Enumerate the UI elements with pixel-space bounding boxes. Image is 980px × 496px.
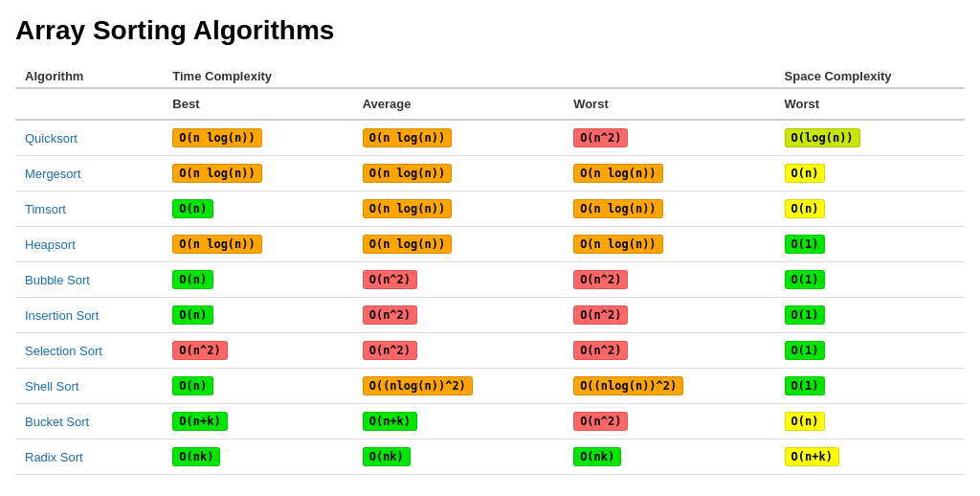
average-cell: O(n^2) bbox=[353, 333, 564, 369]
worst_tc-cell: O((nlog(n))^2) bbox=[564, 369, 774, 404]
algorithm-name[interactable]: Insertion Sort bbox=[15, 298, 163, 333]
best-cell: O(n^2) bbox=[163, 333, 352, 369]
worst_sc-cell: O(1) bbox=[775, 369, 965, 404]
average-cell: O((nlog(n))^2) bbox=[353, 369, 564, 404]
algorithm-link[interactable]: Timsort bbox=[25, 202, 66, 216]
best-cell: O(n) bbox=[163, 298, 352, 333]
best-badge: O(nk) bbox=[172, 447, 220, 466]
worst_tc-badge: O(n log(n)) bbox=[573, 235, 662, 254]
worst_sc-badge: O(n+k) bbox=[785, 447, 839, 466]
worst_tc-cell: O(nk) bbox=[564, 440, 774, 475]
algorithm-link[interactable]: Selection Sort bbox=[25, 344, 102, 358]
algorithm-link[interactable]: Heapsort bbox=[25, 237, 76, 252]
worst-tc-header: Worst bbox=[564, 88, 774, 120]
best-badge: O(n+k) bbox=[172, 412, 227, 431]
table-row: Shell SortO(n)O((nlog(n))^2)O((nlog(n))^… bbox=[15, 369, 965, 404]
worst_tc-badge: O((nlog(n))^2) bbox=[573, 376, 683, 395]
algorithm-link[interactable]: Mergesort bbox=[25, 167, 81, 181]
average-badge: O(n log(n)) bbox=[363, 164, 452, 183]
average-badge: O(n+k) bbox=[363, 412, 417, 431]
algorithm-name[interactable]: Selection Sort bbox=[15, 333, 163, 369]
algorithm-name[interactable]: Shell Sort bbox=[15, 369, 163, 404]
worst_sc-cell: O(log(n)) bbox=[775, 120, 965, 156]
algorithm-link[interactable]: Bucket Sort bbox=[25, 415, 89, 429]
algorithm-name[interactable]: Radix Sort bbox=[15, 440, 163, 475]
sorting-algorithms-table: Algorithm Time Complexity Space Complexi… bbox=[15, 61, 965, 475]
sub-column-header: Best Average Worst Worst bbox=[15, 88, 965, 120]
worst_sc-cell: O(n+k) bbox=[775, 440, 965, 475]
best-cell: O(n) bbox=[163, 369, 352, 404]
average-cell: O(n log(n)) bbox=[353, 156, 564, 192]
worst_sc-badge: O(1) bbox=[785, 376, 826, 395]
average-cell: O(n^2) bbox=[353, 262, 564, 298]
table-row: QuicksortO(n log(n))O(n log(n))O(n^2)O(l… bbox=[15, 120, 965, 156]
worst_sc-badge: O(n) bbox=[785, 412, 826, 431]
table-row: Insertion SortO(n)O(n^2)O(n^2)O(1) bbox=[15, 298, 965, 333]
worst_sc-cell: O(1) bbox=[775, 227, 965, 262]
worst_tc-badge: O(n^2) bbox=[573, 305, 628, 325]
average-badge: O(nk) bbox=[363, 447, 411, 466]
best-badge: O(n) bbox=[172, 270, 213, 289]
algorithm-name[interactable]: Timsort bbox=[15, 192, 163, 227]
average-cell: O(n log(n)) bbox=[353, 192, 564, 227]
average-cell: O(nk) bbox=[353, 440, 564, 475]
worst_sc-badge: O(1) bbox=[785, 235, 826, 254]
best-header: Best bbox=[163, 88, 352, 120]
average-cell: O(n log(n)) bbox=[353, 227, 564, 262]
table-row: MergesortO(n log(n))O(n log(n))O(n log(n… bbox=[15, 156, 965, 192]
algorithm-header: Algorithm bbox=[15, 61, 163, 88]
table-row: Bucket SortO(n+k)O(n+k)O(n^2)O(n) bbox=[15, 404, 965, 440]
algorithm-link[interactable]: Quicksort bbox=[25, 131, 78, 146]
average-badge: O(n^2) bbox=[363, 305, 417, 325]
worst_sc-badge: O(n) bbox=[785, 199, 826, 218]
best-badge: O(n log(n)) bbox=[172, 128, 261, 147]
best-cell: O(n log(n)) bbox=[163, 227, 352, 262]
algorithm-name[interactable]: Bucket Sort bbox=[15, 404, 163, 440]
table-row: HeapsortO(n log(n))O(n log(n))O(n log(n)… bbox=[15, 227, 965, 262]
best-badge: O(n log(n)) bbox=[172, 235, 261, 254]
worst_sc-cell: O(1) bbox=[775, 333, 965, 369]
worst_tc-badge: O(n^2) bbox=[573, 270, 628, 289]
average-badge: O(n^2) bbox=[363, 270, 417, 289]
worst_sc-cell: O(n) bbox=[775, 156, 965, 192]
average-cell: O(n log(n)) bbox=[353, 120, 564, 156]
algorithm-name[interactable]: Mergesort bbox=[15, 156, 163, 192]
algorithm-link[interactable]: Bubble Sort bbox=[25, 273, 90, 287]
best-cell: O(n) bbox=[163, 192, 352, 227]
table-row: Selection SortO(n^2)O(n^2)O(n^2)O(1) bbox=[15, 333, 965, 369]
worst_sc-cell: O(n) bbox=[775, 404, 965, 440]
table-row: TimsortO(n)O(n log(n))O(n log(n))O(n) bbox=[15, 192, 965, 227]
worst_sc-cell: O(n) bbox=[775, 192, 965, 227]
average-header: Average bbox=[353, 88, 564, 120]
table-row: Radix SortO(nk)O(nk)O(nk)O(n+k) bbox=[15, 440, 965, 475]
column-group-header: Algorithm Time Complexity Space Complexi… bbox=[15, 61, 965, 88]
algorithm-link[interactable]: Insertion Sort bbox=[25, 308, 99, 323]
average-cell: O(n+k) bbox=[353, 404, 564, 440]
worst_sc-cell: O(1) bbox=[775, 262, 965, 298]
worst_sc-badge: O(1) bbox=[785, 305, 826, 325]
worst_tc-cell: O(n^2) bbox=[564, 120, 774, 156]
algorithm-name[interactable]: Quicksort bbox=[15, 120, 163, 156]
time-complexity-header: Time Complexity bbox=[163, 61, 774, 88]
worst_tc-cell: O(n^2) bbox=[564, 262, 774, 298]
worst_tc-badge: O(n log(n)) bbox=[573, 164, 662, 183]
worst_tc-cell: O(n^2) bbox=[564, 404, 774, 440]
average-badge: O(n^2) bbox=[363, 341, 417, 360]
worst_tc-badge: O(n^2) bbox=[573, 341, 628, 360]
algorithm-link[interactable]: Radix Sort bbox=[25, 450, 83, 464]
algorithm-link[interactable]: Shell Sort bbox=[25, 379, 78, 394]
best-badge: O(n) bbox=[172, 376, 213, 395]
worst_tc-cell: O(n log(n)) bbox=[564, 156, 774, 192]
algorithm-name[interactable]: Heapsort bbox=[15, 227, 163, 262]
worst_tc-cell: O(n log(n)) bbox=[564, 227, 774, 262]
worst_tc-cell: O(n^2) bbox=[564, 333, 774, 369]
best-cell: O(n+k) bbox=[163, 404, 352, 440]
average-badge: O(n log(n)) bbox=[363, 128, 452, 147]
worst_sc-badge: O(n) bbox=[785, 164, 826, 183]
best-badge: O(n) bbox=[172, 305, 213, 325]
algorithm-name[interactable]: Bubble Sort bbox=[15, 262, 163, 298]
best-badge: O(n) bbox=[172, 199, 213, 218]
best-badge: O(n^2) bbox=[172, 341, 227, 360]
average-badge: O(n log(n)) bbox=[363, 199, 452, 218]
worst_sc-badge: O(1) bbox=[785, 270, 826, 289]
